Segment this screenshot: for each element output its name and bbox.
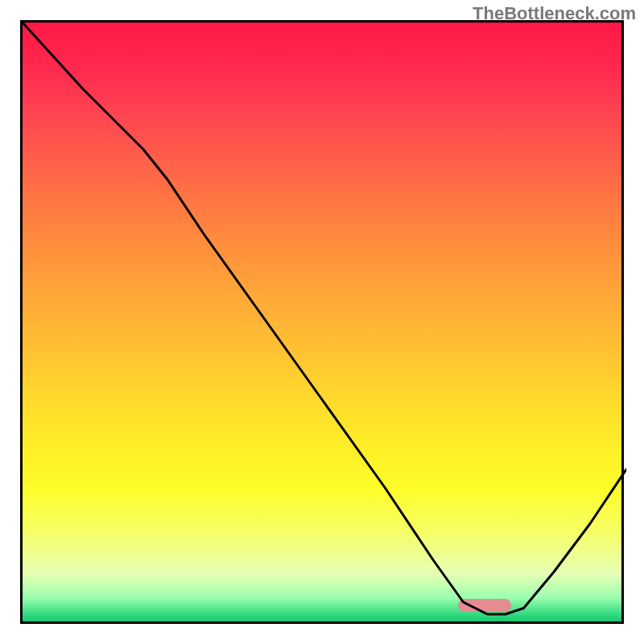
watermark-text: TheBottleneck.com [473, 3, 636, 24]
chart-background-gradient [23, 23, 621, 621]
optimal-marker [458, 599, 511, 612]
chart-frame [20, 20, 624, 624]
